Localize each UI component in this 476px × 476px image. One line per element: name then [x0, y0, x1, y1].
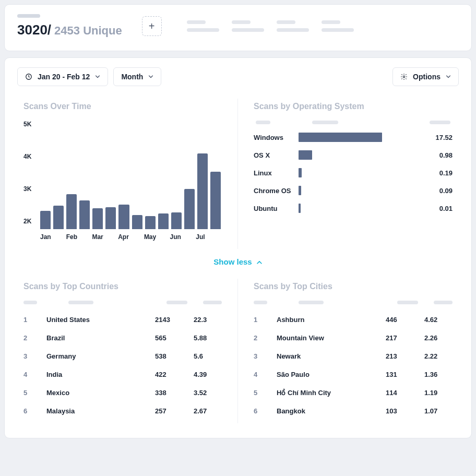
value-1: 338 — [155, 389, 194, 397]
value-2: 5.88 — [194, 334, 222, 342]
date-range-dropdown[interactable]: Jan 20 - Feb 12 — [17, 67, 108, 86]
x-tick: Apr — [118, 233, 144, 241]
rank: 4 — [254, 371, 277, 378]
date-range-label: Jan 20 - Feb 12 — [38, 73, 90, 81]
value-2: 2.22 — [424, 352, 453, 360]
rank: 5 — [254, 389, 277, 397]
value-2: 2.26 — [424, 334, 453, 342]
os-label: Linux — [254, 169, 299, 177]
name: Malaysia — [46, 407, 155, 415]
chart-bar — [158, 213, 169, 229]
bars — [39, 121, 222, 229]
value-1: 257 — [155, 407, 194, 415]
value-2: 1.36 — [424, 371, 453, 378]
value-2: 1.07 — [424, 407, 453, 415]
x-tick: Mar — [92, 233, 118, 241]
analytics-card: Jan 20 - Feb 12 Month Options Scans Over… — [4, 57, 472, 438]
table-row: 6Bangkok1031.07 — [254, 407, 453, 415]
table-row: 3Newark2132.22 — [254, 352, 453, 360]
value-2: 2.67 — [194, 407, 222, 415]
name: Bangkok — [277, 407, 386, 415]
rank: 5 — [23, 389, 46, 397]
value-2: 1.19 — [424, 389, 453, 397]
x-tick: Jan — [40, 233, 66, 241]
chart-bar — [53, 206, 64, 229]
os-row: Windows17.52 — [254, 133, 453, 142]
chart-bar — [197, 153, 208, 229]
add-button[interactable]: + — [142, 16, 162, 36]
os-value: 0.98 — [423, 151, 453, 159]
x-tick: Jun — [170, 233, 196, 241]
panel-title: Scans Over Time — [23, 102, 222, 111]
os-label: Chrome OS — [254, 187, 299, 195]
rank: 3 — [23, 352, 46, 360]
chart-bar — [79, 200, 90, 229]
country-rows: 1United States214322.32Brazil5655.883Ger… — [23, 316, 222, 415]
table-row: 4India4224.39 — [23, 371, 222, 378]
y-tick: 2K — [23, 218, 39, 225]
chevron-down-icon — [148, 75, 153, 78]
table-row: 5Hồ Chí Minh City1141.19 — [254, 389, 453, 397]
value-1: 565 — [155, 334, 194, 342]
chart-bar — [92, 208, 103, 229]
svg-point-1 — [403, 76, 405, 78]
name: Brazil — [46, 334, 155, 342]
name: United States — [46, 316, 155, 324]
chevron-down-icon — [95, 75, 100, 78]
chevron-up-icon — [256, 257, 263, 266]
x-tick: Jul — [196, 233, 222, 241]
table-row: 2Mountain View2172.26 — [254, 334, 453, 342]
toolbar: Jan 20 - Feb 12 Month Options — [17, 67, 459, 86]
chart-bar — [118, 205, 129, 230]
scans-by-os-panel: Scans by Operating System Windows17.52OS… — [238, 99, 459, 249]
city-rows: 1Ashburn4464.622Mountain View2172.263New… — [254, 316, 453, 415]
os-value: 0.01 — [423, 205, 453, 212]
summary-counts: 3020/ 2453 Unique — [17, 14, 122, 38]
name: Hồ Chí Minh City — [277, 389, 386, 397]
value-1: 446 — [386, 316, 424, 324]
table-row: 4São Paulo1311.36 — [254, 371, 453, 378]
os-value: 0.19 — [423, 169, 453, 177]
os-bar-track — [299, 186, 423, 195]
interval-dropdown[interactable]: Month — [113, 67, 161, 86]
os-row: OS X0.98 — [254, 150, 453, 160]
name: Ashburn — [277, 316, 386, 324]
bar-chart: 5K4K3K2K JanFebMarAprMayJunJul — [23, 121, 222, 241]
value-1: 131 — [386, 371, 424, 378]
value-1: 422 — [155, 371, 194, 378]
summary-card: 3020/ 2453 Unique + — [4, 4, 472, 51]
value-1: 217 — [386, 334, 424, 342]
scans-over-time-panel: Scans Over Time 5K4K3K2K JanFebMarAprMay… — [17, 99, 238, 249]
show-less-label: Show less — [213, 257, 252, 266]
interval-label: Month — [121, 73, 143, 81]
chart-bar — [40, 211, 51, 229]
os-row: Ubuntu0.01 — [254, 204, 453, 213]
chart-bar — [171, 212, 182, 230]
name: Germany — [46, 352, 155, 360]
os-bar-track — [299, 150, 423, 160]
clock-icon — [25, 73, 32, 80]
rank: 6 — [23, 407, 46, 415]
table-row: 3Germany5385.6 — [23, 352, 222, 360]
table-row: 1United States214322.3 — [23, 316, 222, 324]
chart-bar — [184, 189, 195, 230]
value-2: 4.39 — [194, 371, 222, 378]
options-dropdown[interactable]: Options — [392, 67, 459, 86]
value-2: 5.6 — [194, 352, 222, 360]
panel-title: Scans by Top Countries — [23, 282, 222, 291]
chart-bar — [132, 215, 142, 230]
os-bar-track — [299, 168, 423, 177]
chart-bar — [105, 207, 116, 230]
show-less-button[interactable]: Show less — [17, 257, 459, 266]
os-header-placeholders — [254, 121, 453, 124]
total-count: 3020/ — [17, 22, 51, 38]
rank: 6 — [254, 407, 277, 415]
chart-bar — [210, 172, 221, 229]
value-2: 4.62 — [424, 316, 453, 324]
os-bar — [299, 204, 301, 213]
options-label: Options — [413, 73, 441, 81]
name: India — [46, 371, 155, 378]
os-bar-track — [299, 204, 423, 213]
name: Mexico — [46, 389, 155, 397]
os-bar — [299, 150, 312, 160]
